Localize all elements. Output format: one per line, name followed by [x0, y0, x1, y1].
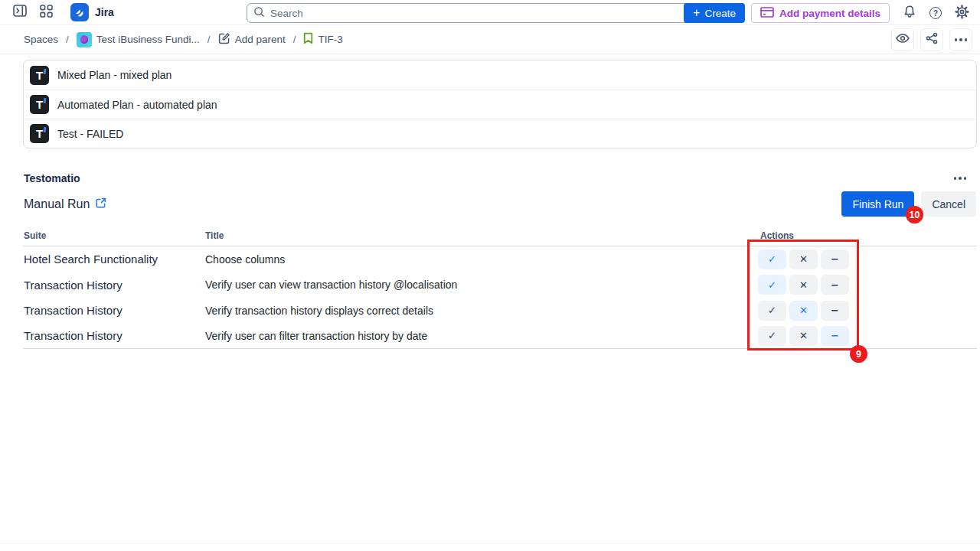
mark-skipped-button[interactable]: − [821, 326, 849, 346]
table-row: Transaction History Verify user can filt… [23, 324, 977, 350]
testomatio-logo-icon: T [30, 124, 49, 143]
breadcrumb-space[interactable]: Test iBusiness Fundi... [77, 32, 200, 47]
create-button[interactable]: + Create [684, 3, 745, 23]
breadcrumb-issue-key[interactable]: TIF-3 [303, 32, 342, 47]
breadcrumb-add-parent-label: Add parent [235, 34, 286, 45]
app-name: Jira [95, 6, 114, 18]
mark-failed-button[interactable]: ✕ [789, 301, 818, 321]
search-icon [253, 6, 265, 21]
page-bottom-divider [0, 543, 980, 544]
plan-label: Test - FAILED [57, 128, 123, 140]
section-more-button[interactable] [951, 174, 970, 183]
breadcrumb: Spaces / Test iBusiness Fundi... / Add p… [24, 32, 343, 47]
eye-icon [895, 32, 910, 47]
breadcrumb-issue-key-label: TIF-3 [318, 34, 342, 45]
table-row: Hotel Search Functionality Choose column… [23, 246, 977, 272]
mark-skipped-button[interactable]: − [821, 275, 849, 295]
column-header-suite: Suite [23, 230, 205, 241]
share-button[interactable] [920, 28, 943, 51]
breadcrumb-add-parent[interactable]: Add parent [218, 32, 286, 47]
testomatio-logo-icon: T [30, 66, 49, 85]
suite-cell: Hotel Search Functionality [23, 253, 205, 266]
mark-failed-button[interactable]: ✕ [789, 249, 818, 269]
mark-skipped-button[interactable]: − [821, 301, 849, 321]
suite-cell: Transaction History [23, 279, 205, 292]
space-avatar [77, 32, 92, 47]
credit-card-icon [760, 7, 774, 20]
watch-button[interactable] [891, 28, 914, 51]
breadcrumb-separator: / [66, 34, 69, 45]
sidebar-toggle-icon [13, 5, 27, 20]
edit-icon [218, 32, 230, 47]
title-cell: Choose columns [205, 253, 747, 266]
mark-failed-button[interactable]: ✕ [789, 326, 818, 346]
bell-icon [903, 5, 916, 21]
plus-icon: + [693, 7, 700, 19]
mark-skipped-button[interactable]: − [821, 249, 849, 269]
mark-failed-button[interactable]: ✕ [789, 275, 818, 295]
more-actions-button[interactable] [949, 28, 972, 51]
test-plans-card: T Mixed Plan - mixed plan T Automated Pl… [23, 60, 977, 148]
title-cell: Verify user can filter transaction histo… [205, 330, 747, 342]
mark-passed-button[interactable]: ✓ [758, 301, 786, 321]
global-search[interactable] [247, 3, 695, 23]
bookmark-icon [303, 32, 313, 47]
gear-icon [955, 5, 969, 22]
jira-logo-icon[interactable] [70, 3, 89, 21]
plan-label: Automated Plan - automated plan [57, 99, 217, 111]
column-header-title: Title [205, 230, 747, 241]
app-switcher-button[interactable] [35, 2, 57, 22]
search-input[interactable] [270, 8, 688, 19]
add-payment-details-button[interactable]: Add payment details [751, 3, 890, 23]
breadcrumb-separator: / [207, 34, 211, 45]
top-navigation-bar: Jira + Create Add payment details [0, 0, 980, 25]
testomatio-logo-icon: T [30, 95, 49, 114]
table-header: Suite Title Actions [23, 228, 977, 246]
sidebar-toggle-button[interactable] [9, 2, 31, 22]
table-row: Transaction History Verify transaction h… [23, 298, 977, 324]
list-item[interactable]: T Automated Plan - automated plan [24, 90, 976, 119]
ellipsis-icon [952, 35, 971, 44]
finish-run-button[interactable]: Finish Run [841, 191, 914, 217]
help-icon: ? [929, 7, 942, 19]
mark-passed-button[interactable]: ✓ [758, 249, 786, 269]
list-item[interactable]: T Test - FAILED [24, 119, 976, 148]
breadcrumb-spaces[interactable]: Spaces [24, 34, 58, 45]
create-button-label: Create [704, 8, 736, 19]
column-header-actions: Actions [747, 230, 977, 241]
cancel-button[interactable]: Cancel [921, 191, 976, 217]
share-icon [926, 32, 938, 47]
section-title: Testomatio [24, 172, 80, 184]
breadcrumb-separator: / [293, 34, 296, 45]
breadcrumb-space-name: Test iBusiness Fundi... [96, 34, 200, 45]
external-link-icon[interactable] [96, 197, 106, 211]
table-row: Transaction History Verify user can view… [23, 272, 977, 298]
title-cell: Verify user can view transaction history… [205, 279, 747, 291]
help-button[interactable]: ? [925, 3, 946, 23]
mark-passed-button[interactable]: ✓ [758, 275, 786, 295]
add-payment-details-label: Add payment details [779, 8, 880, 19]
test-results-table: Suite Title Actions Hotel Search Functio… [23, 228, 977, 349]
run-title: Manual Run [24, 197, 106, 211]
notifications-button[interactable] [899, 3, 920, 23]
app-switcher-icon [40, 5, 53, 21]
plan-label: Mixed Plan - mixed plan [57, 69, 172, 81]
list-item[interactable]: T Mixed Plan - mixed plan [24, 60, 976, 90]
title-cell: Verify transaction history displays corr… [205, 305, 747, 317]
settings-button[interactable] [951, 3, 972, 23]
mark-passed-button[interactable]: ✓ [758, 326, 786, 346]
breadcrumb-bar: Spaces / Test iBusiness Fundi... / Add p… [0, 25, 980, 54]
suite-cell: Transaction History [23, 329, 205, 342]
suite-cell: Transaction History [23, 304, 205, 317]
